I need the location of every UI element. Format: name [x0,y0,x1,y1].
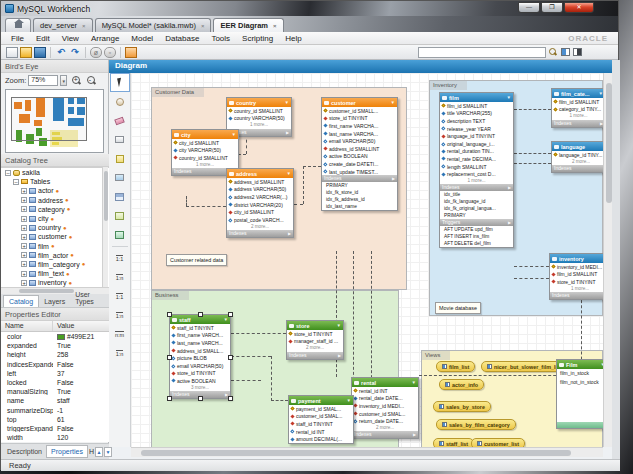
view-nicer_but_slower_film_list[interactable]: nicer_but_slower_film_list [481,361,568,372]
property-row[interactable]: height258 [1,350,109,359]
scroll-down-icon[interactable]: ▼ [104,447,112,457]
selection-handle[interactable] [228,312,233,317]
section-arrow-icon[interactable]: ▶ [288,230,291,237]
menu-file[interactable]: File [5,34,30,43]
routine-group-film[interactable]: Film▼film_in_stockfilm_not_in_stock [556,359,603,429]
table-header[interactable]: store▼ [287,321,343,330]
menu-arrange[interactable]: Arrange [85,34,125,43]
doc-tab-eer[interactable]: EER Diagram× [213,18,283,32]
tree-item-schema[interactable]: –sakila [1,168,109,177]
collapse-arrow-icon[interactable]: ▼ [507,95,511,100]
tree-expander-icon[interactable]: + [21,234,27,240]
routine-film_in_stock[interactable]: film_in_stock [557,369,603,378]
section-arrow-icon[interactable]: ▶ [413,431,416,438]
tree-expander-icon[interactable]: + [21,197,27,203]
tree-expander-icon[interactable]: + [21,261,27,267]
tree-vertical-scrollbar[interactable] [102,167,108,287]
tree-expander-icon[interactable]: – [5,170,11,176]
doc-tab-dev_server[interactable]: dev_server× [33,18,93,32]
collapse-arrow-icon[interactable]: ▼ [337,323,341,328]
save-model-icon[interactable] [34,47,46,58]
property-row[interactable]: left37 [1,369,109,378]
table-header[interactable]: rental▼ [352,378,418,387]
diagram-canvas[interactable]: Customer DataInventoryBusinessViewscount… [131,73,603,447]
tree-item-film_text[interactable]: +film_text● [1,269,109,278]
property-row[interactable]: manualSizingTrue [1,387,109,396]
tab-catalog[interactable]: Catalog [3,295,39,307]
rel-1-n-self-referencing-tool[interactable]: 1:n [110,344,130,363]
zoom-dropdown-icon[interactable]: ▾ [60,75,67,86]
minimap-viewport[interactable] [11,97,87,141]
table-customer[interactable]: customer▼customer_id SMALL...store_id TI… [321,97,398,211]
collapse-arrow-icon[interactable]: ▼ [347,398,351,403]
table-header[interactable]: country▼ [227,98,291,107]
table-payment[interactable]: payment▼payment_id SMAL...customer_id SM… [288,395,354,444]
table-header[interactable]: language▼ [552,142,603,151]
zoom-select[interactable]: 75% [28,75,58,86]
open-model-icon[interactable] [20,47,32,58]
section-indexes[interactable]: Indexes▶ [287,352,343,359]
table-header[interactable]: address▼ [227,169,293,178]
tab-layers[interactable]: Layers [39,296,70,307]
tab-description[interactable]: Description [3,446,46,457]
toggle-right-panel-icon[interactable] [573,48,582,56]
tree-item-customer[interactable]: +customer● [1,232,109,241]
property-row[interactable]: top61 [1,415,109,424]
selection-handle[interactable] [198,312,203,317]
table-header[interactable]: inventory▼ [550,254,603,263]
tab-close-icon[interactable]: × [82,23,86,29]
properties-column-name[interactable]: Name [1,321,53,331]
table-film_category[interactable]: film_cate...▼film_id SMALLINTcategory_id… [551,88,603,128]
pan-tool[interactable] [110,92,130,111]
table-header[interactable]: film_cate...▼ [552,89,603,98]
tree-item-actor[interactable]: +actor● [1,186,109,195]
search-input[interactable] [418,47,546,58]
section-indexes[interactable]: Indexes▶ [550,292,603,299]
tree-item-film[interactable]: +film● [1,242,109,251]
property-row[interactable]: color#499E21 [1,332,109,341]
search-options-icon[interactable] [549,48,558,57]
collapse-arrow-icon[interactable]: ▼ [412,380,416,385]
tree-item-tables-folder[interactable]: –Tables [1,177,109,186]
tree-expander-icon[interactable]: – [13,179,19,185]
collapse-arrow-icon[interactable]: ▼ [224,317,228,322]
table-inventory[interactable]: inventory▼inventory_id MEDI...film_id SM… [549,253,603,300]
no-tool-icon[interactable]: ø [90,47,102,58]
layer-tool[interactable] [110,130,130,149]
maximize-button[interactable]: ❐ [541,2,563,13]
toggle-left-panel-icon[interactable] [561,48,570,56]
tree-item-city[interactable]: +city● [1,214,109,223]
home-tab[interactable] [5,18,31,32]
section-arrow-icon[interactable]: ▶ [338,352,341,359]
section-indexes[interactable]: Indexes▶ [552,120,603,127]
property-row[interactable]: width120 [1,433,109,442]
table-header[interactable]: film▼ [440,93,513,102]
movie-note[interactable]: Movie database [435,302,481,314]
collapse-arrow-icon[interactable]: ▼ [285,100,289,105]
section-indexes[interactable]: Indexes▶ [322,175,397,182]
table-rental[interactable]: rental▼rental_id INTrental_date DATE...i… [351,377,419,439]
menu-help[interactable]: Help [279,34,307,43]
property-row[interactable]: namestaff [1,396,109,405]
undo-icon[interactable]: ↶ [55,47,67,58]
tree-expander-icon[interactable]: + [21,280,27,286]
tree-item-country[interactable]: +country● [1,223,109,232]
collapse-arrow-icon[interactable]: ▼ [232,132,236,137]
property-row[interactable]: expandedTrue [1,341,109,350]
menu-view[interactable]: View [56,34,85,43]
tree-item-inventory[interactable]: +inventory● [1,278,109,287]
selection-handle[interactable] [228,355,233,360]
table-staff[interactable]: staff▼staff_id TINYINTfirst_name VARCH..… [169,314,231,399]
selection-handle[interactable] [167,312,172,317]
tab-close-icon[interactable]: × [273,23,277,29]
menu-edit[interactable]: Edit [30,34,56,43]
selection-handle[interactable] [167,355,172,360]
customer-note[interactable]: Customer related data [166,254,227,266]
zoom-in-icon[interactable]: + [71,75,82,86]
table-film[interactable]: film▼film_id SMALLINTtitle VARCHAR(255)d… [439,92,514,248]
selection-handle[interactable] [167,396,172,401]
catalog-tree-header[interactable]: Catalog Tree [1,154,109,167]
menu-database[interactable]: Database [159,34,205,43]
property-row[interactable]: indicesExpandedFalse [1,360,109,369]
title-bar[interactable]: MySQL Workbench — ❐ ✕ [1,1,618,16]
